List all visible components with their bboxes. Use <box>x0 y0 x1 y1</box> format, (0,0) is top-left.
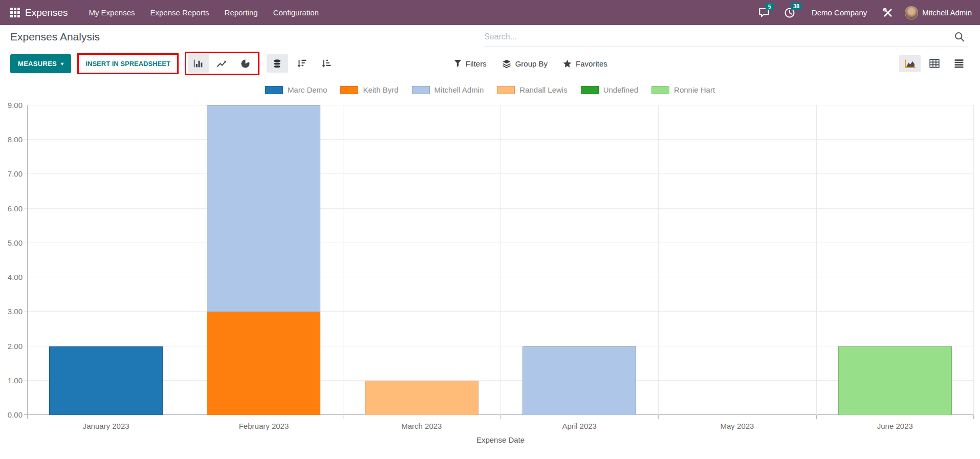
filter-icon <box>454 59 462 68</box>
legend-label: Keith Byrd <box>363 85 398 94</box>
y-axis-tick-label: 4.00 <box>0 273 23 281</box>
pivot-view-button[interactable] <box>924 55 945 72</box>
list-view-button[interactable] <box>948 55 970 72</box>
y-axis-tick-label: 0.00 <box>0 410 23 419</box>
graph-view-icon <box>904 59 916 69</box>
list-view-icon <box>954 59 964 68</box>
caret-down-icon: ▾ <box>61 61 63 67</box>
legend-item[interactable]: Undefined <box>581 85 638 94</box>
search-bar <box>484 27 968 47</box>
y-axis-tick-label: 8.00 <box>0 135 23 144</box>
bar-chart: Marc DemoKeith ByrdMitchell AdminRandall… <box>0 85 980 444</box>
pie-chart-button[interactable] <box>235 54 256 73</box>
search-icon <box>954 32 965 42</box>
bar-column <box>500 105 658 415</box>
bar-chart-button[interactable] <box>188 54 209 73</box>
favorites-label: Favorites <box>576 59 607 68</box>
company-switcher[interactable]: Demo Company <box>812 8 867 17</box>
sort-asc-icon <box>321 59 332 68</box>
nav-item-reporting[interactable]: Reporting <box>217 0 266 25</box>
y-axis-tick-label: 7.00 <box>0 169 23 178</box>
app-name[interactable]: Expenses <box>25 7 68 18</box>
legend-color-box <box>497 86 515 94</box>
x-axis-tick-label: June 2023 <box>816 415 974 432</box>
x-axis-tick-label: January 2023 <box>27 415 185 432</box>
debug-tools-icon <box>882 7 894 18</box>
x-axis: January 2023February 2023March 2023April… <box>27 415 974 432</box>
bars-layer <box>27 105 974 415</box>
control-panel-top: Expenses Analysis <box>0 25 980 49</box>
sort-desc-icon <box>297 59 307 68</box>
legend-color-box <box>265 86 283 94</box>
x-axis-tick-mark <box>816 415 817 419</box>
y-axis-tick-label: 5.00 <box>0 238 23 247</box>
legend-color-box <box>340 86 358 94</box>
bar-segment <box>522 346 636 415</box>
line-chart-button[interactable] <box>211 54 233 73</box>
measures-button[interactable]: MEASURES ▾ <box>10 54 71 73</box>
favorites-button[interactable]: Favorites <box>563 59 607 68</box>
group-by-button[interactable]: Group By <box>502 59 548 68</box>
bar-segment <box>207 105 320 312</box>
stacked-icon <box>272 59 282 69</box>
top-nav: Expenses My ExpensesExpense ReportsRepor… <box>0 0 980 25</box>
bar-segment <box>49 346 163 415</box>
nav-item-configuration[interactable]: Configuration <box>266 0 326 25</box>
nav-item-expense-reports[interactable]: Expense Reports <box>143 0 217 25</box>
bar-stack <box>680 105 794 415</box>
legend-item[interactable]: Randall Lewis <box>497 85 567 94</box>
user-name: Mitchell Admin <box>922 8 972 17</box>
pivot-view-icon <box>929 59 940 68</box>
stacked-toggle-button[interactable] <box>267 54 288 73</box>
bar-column <box>816 105 974 415</box>
bar-column <box>27 105 185 415</box>
nav-item-my-expenses[interactable]: My Expenses <box>81 0 142 25</box>
graph-view-button[interactable] <box>899 55 921 72</box>
legend-label: Marc Demo <box>288 85 328 94</box>
legend-item[interactable]: Mitchell Admin <box>412 85 484 94</box>
filters-label: Filters <box>466 59 487 68</box>
x-axis-tick-label: April 2023 <box>500 415 658 432</box>
y-axis-tick-label: 1.00 <box>0 376 23 385</box>
bar-segment <box>838 346 952 415</box>
search-button[interactable] <box>951 32 968 42</box>
legend-item[interactable]: Keith Byrd <box>340 85 398 94</box>
activities-button[interactable]: 38 <box>784 7 795 18</box>
nav-menu: My ExpensesExpense ReportsReportingConfi… <box>81 0 326 25</box>
x-axis-tick-label: March 2023 <box>343 415 500 432</box>
group-by-label: Group By <box>515 59 548 68</box>
messages-button[interactable]: 5 <box>758 8 770 18</box>
x-axis-tick-mark <box>973 415 974 419</box>
debug-tools-button[interactable] <box>882 7 894 18</box>
x-axis-title: Expense Date <box>27 435 974 444</box>
filters-button[interactable]: Filters <box>454 59 487 68</box>
legend-color-box <box>651 86 669 94</box>
bar-stack <box>522 105 636 415</box>
x-axis-tick-mark <box>343 415 343 419</box>
search-input[interactable] <box>484 32 951 41</box>
annotation-box-chart-type-icons <box>185 52 259 75</box>
measures-label: MEASURES <box>18 60 57 68</box>
annotation-box-insert-spreadsheet: INSERT IN SPREADSHEET <box>77 53 178 74</box>
y-axis-tick-label: 9.00 <box>0 101 23 110</box>
toolbar: MEASURES ▾ INSERT IN SPREADSHEET <box>0 49 980 78</box>
bar-column <box>185 105 342 415</box>
sort-ascending-button[interactable] <box>316 54 337 73</box>
legend-label: Randall Lewis <box>519 85 567 94</box>
bar-segment <box>207 312 320 415</box>
messages-badge: 5 <box>766 3 774 10</box>
plot-area: 0.001.002.003.004.005.006.007.008.009.00 <box>27 105 974 415</box>
group-by-icon <box>502 59 511 68</box>
pie-chart-icon <box>241 59 250 69</box>
legend-label: Mitchell Admin <box>434 85 484 94</box>
legend-item[interactable]: Ronnie Hart <box>651 85 715 94</box>
x-axis-tick-label: February 2023 <box>185 415 342 432</box>
user-menu[interactable]: Mitchell Admin <box>905 6 972 19</box>
x-axis-tick-label: May 2023 <box>658 415 816 432</box>
bar-stack <box>49 105 163 415</box>
sort-descending-button[interactable] <box>291 54 313 73</box>
legend-item[interactable]: Marc Demo <box>265 85 328 94</box>
insert-in-spreadsheet-button[interactable]: INSERT IN SPREADSHEET <box>79 55 177 73</box>
apps-grid-icon[interactable] <box>10 8 20 17</box>
legend-color-box <box>412 86 430 94</box>
